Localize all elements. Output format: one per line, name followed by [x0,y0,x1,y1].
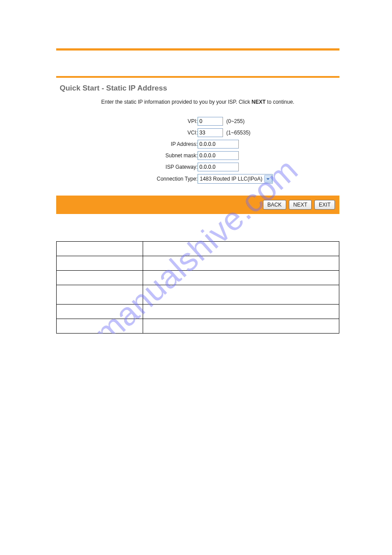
description-table [56,241,339,334]
panel-description: Enter the static IP information provided… [56,99,339,105]
table-cell [143,305,339,319]
table-cell [57,285,143,305]
connection-type-label: Connection Type: [123,173,198,185]
isp-gateway-label: ISP Gateway: [123,161,198,173]
subnet-mask-input[interactable] [198,151,239,160]
ip-address-input[interactable] [198,140,239,149]
top-rule [56,48,339,51]
isp-gateway-input[interactable] [198,163,239,171]
table-row [57,319,339,334]
vci-label: VCI: [123,127,198,138]
vpi-input[interactable] [198,117,223,126]
subnet-mask-label: Subnet mask: [123,150,198,161]
panel-title: Quick Start - Static IP Address [60,84,339,93]
table-cell [143,256,339,271]
vpi-hint: (0~255) [227,118,245,124]
table-cell [57,305,143,319]
table-cell [143,285,339,305]
vci-hint: (1~65535) [227,130,251,136]
table-cell [57,319,143,334]
static-ip-form: VPI: (0~255) VCI: (1~65535) IP Address: [123,116,273,185]
desc-pre: Enter the static IP information provided… [101,99,252,105]
table-row [57,271,339,285]
table-row [57,285,339,305]
vci-input[interactable] [198,128,223,137]
chevron-down-icon [264,175,272,183]
connection-type-value: 1483 Routed IP LLC(IPoA) [200,176,264,182]
button-bar: BACK NEXT EXIT [56,196,339,214]
desc-bold: NEXT [252,99,266,105]
exit-button[interactable]: EXIT [314,200,335,210]
table-cell [57,271,143,285]
table-cell [143,319,339,334]
next-button[interactable]: NEXT [289,200,312,210]
table-row [57,256,339,271]
table-cell [143,271,339,285]
table-row [57,305,339,319]
ip-address-label: IP Address: [123,138,198,150]
quick-start-panel: Quick Start - Static IP Address Enter th… [56,76,339,214]
connection-type-select[interactable]: 1483 Routed IP LLC(IPoA) [198,174,273,184]
desc-post: to continue. [266,99,294,105]
table-cell [57,256,143,271]
table-cell [57,242,143,256]
vpi-label: VPI: [123,116,198,127]
back-button[interactable]: BACK [263,200,286,210]
table-row [57,242,339,256]
table-cell [143,242,339,256]
